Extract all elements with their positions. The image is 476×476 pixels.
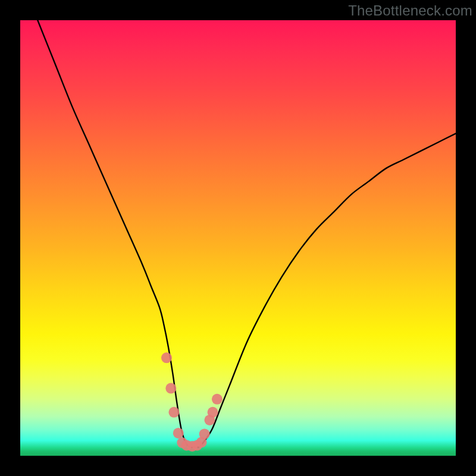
chart-frame: TheBottleneck.com — [0, 0, 476, 476]
curve-layer — [20, 20, 456, 456]
curve-markers — [161, 352, 223, 452]
curve-marker — [168, 407, 179, 418]
curve-marker — [161, 352, 172, 363]
curve-marker — [199, 428, 210, 439]
plot-area — [20, 20, 456, 456]
curve-marker — [208, 407, 218, 418]
curve-marker — [165, 383, 176, 394]
curve-marker — [212, 394, 223, 405]
curve-marker — [173, 428, 184, 439]
bottleneck-curve — [37, 20, 456, 447]
watermark-text: TheBottleneck.com — [348, 2, 472, 19]
